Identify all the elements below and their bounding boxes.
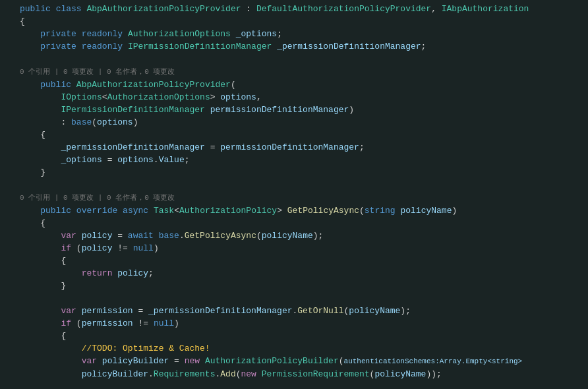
code-line: 0 个引用 | 0 项更改 | 0 名作者，0 项更改: [0, 65, 588, 78]
code-line: {: [0, 129, 588, 141]
code-content: }: [20, 166, 583, 179]
code-line: return policy;: [0, 267, 588, 280]
code-line: private readonly AuthorizationOptions _o…: [0, 28, 588, 40]
code-line: private readonly IPermissionDefinitionMa…: [0, 40, 588, 53]
code-content: {: [20, 129, 583, 141]
code-content: public override async Task<Authorization…: [20, 204, 583, 217]
code-content: var permission = _permissionDefinitionMa…: [20, 305, 583, 317]
code-content: }: [20, 280, 583, 292]
code-line: public class AbpAuthorizationPolicyProvi…: [0, 3, 588, 15]
code-line: //TODO: Optimize & Cache!: [0, 342, 588, 355]
code-line: var policy = await base.GetPolicyAsync(p…: [0, 229, 588, 242]
code-content: : base(options): [20, 116, 583, 129]
code-line: {: [0, 217, 588, 229]
code-content: var policyBuilder = new AuthorizationPol…: [20, 355, 583, 368]
code-content: {: [20, 217, 583, 229]
code-line: {: [0, 254, 588, 267]
code-line: 0 个引用 | 0 项更改 | 0 名作者，0 项更改: [0, 191, 588, 204]
code-line: policyBuilder.Requirements.Add(new Permi…: [0, 368, 588, 380]
code-content: {: [20, 254, 583, 267]
code-content: private readonly AuthorizationOptions _o…: [20, 28, 583, 40]
code-content: public class AbpAuthorizationPolicyProvi…: [20, 3, 583, 15]
code-content: //TODO: Optimize & Cache!: [20, 342, 583, 355]
code-line: }: [0, 166, 588, 179]
code-content: 0 个引用 | 0 项更改 | 0 名作者，0 项更改: [20, 191, 583, 204]
code-line: [0, 179, 588, 191]
code-content: _permissionDefinitionManager = permissio…: [20, 141, 583, 154]
code-content: IPermissionDefinitionManager permissionD…: [20, 104, 583, 116]
code-content: 0 个引用 | 0 项更改 | 0 名作者，0 项更改: [20, 65, 583, 78]
code-line: IOptions<AuthorizationOptions> options,: [0, 91, 588, 104]
code-content: if (policy != null): [20, 242, 583, 254]
code-line: public AbpAuthorizationPolicyProvider(: [0, 78, 588, 91]
code-line: [0, 292, 588, 305]
code-content: IOptions<AuthorizationOptions> options,: [20, 91, 583, 104]
code-line: IPermissionDefinitionManager permissionD…: [0, 104, 588, 116]
code-content: public AbpAuthorizationPolicyProvider(: [20, 78, 583, 91]
code-content: private readonly IPermissionDefinitionMa…: [20, 40, 583, 53]
code-content: return policy;: [20, 267, 583, 280]
code-content: {: [20, 330, 583, 342]
code-content: var policy = await base.GetPolicyAsync(p…: [20, 229, 583, 242]
code-content: {: [20, 15, 583, 28]
code-line: if (policy != null): [0, 242, 588, 254]
code-line: if (permission != null): [0, 317, 588, 330]
code-line: public override async Task<Authorization…: [0, 204, 588, 217]
code-line: {: [0, 15, 588, 28]
code-content: _options = options.Value;: [20, 154, 583, 166]
code-content: if (permission != null): [20, 317, 583, 330]
code-line: : base(options): [0, 116, 588, 129]
code-line: }: [0, 280, 588, 292]
code-line: {: [0, 330, 588, 342]
code-line: [0, 53, 588, 65]
code-line: var policyBuilder = new AuthorizationPol…: [0, 355, 588, 368]
code-line: _options = options.Value;: [0, 154, 588, 166]
code-editor: public class AbpAuthorizationPolicyProvi…: [0, 0, 588, 389]
code-content: policyBuilder.Requirements.Add(new Permi…: [20, 368, 583, 380]
code-line: _permissionDefinitionManager = permissio…: [0, 141, 588, 154]
code-line: var permission = _permissionDefinitionMa…: [0, 305, 588, 317]
